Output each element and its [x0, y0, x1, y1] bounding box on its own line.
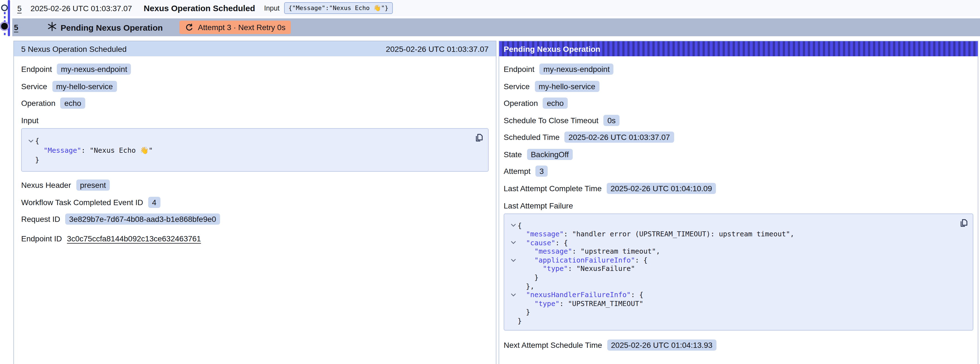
retry-arrow-icon [185, 23, 193, 32]
input-json-viewer: { "Message": "Nexus Echo 👋"} [21, 128, 488, 172]
field-row: Scheduled Time2025-02-26 UTC 01:03:37.07 [504, 132, 973, 143]
field-row: StateBackingOff [504, 148, 973, 160]
panel-header-pending: Pending Nexus Operation [499, 41, 978, 56]
panel-header-title: 5 Nexus Operation Scheduled [21, 44, 127, 53]
field-value-badge: my-nexus-endpoint [539, 64, 614, 75]
field-value-badge: BackingOff [527, 148, 573, 160]
field-row: Workflow Task Completed Event ID4 [21, 196, 488, 208]
chevron-down-icon[interactable] [26, 136, 35, 145]
chevron-down-icon[interactable] [509, 291, 517, 299]
code-text: { [517, 221, 522, 230]
code-line: }, [509, 282, 956, 291]
failure-json-viewer: { "message": "handler error (UPSTREAM_TI… [504, 213, 973, 330]
event-title: Nexus Operation Scheduled [144, 3, 255, 13]
field-row: Next Attempt Schedule Time2025-02-26 UTC… [504, 339, 973, 350]
field-row: Endpoint ID3c0c75ccfa8144b092c13ce632463… [21, 233, 488, 244]
code-line: "applicationFailureInfo": { [509, 256, 956, 265]
retry-status-badge: Attempt 3 · Next Retry 0s [180, 21, 291, 34]
field-value-badge: my-nexus-endpoint [57, 64, 131, 75]
field-row: Servicemy-hello-service [21, 81, 488, 92]
field-row: Endpointmy-nexus-endpoint [21, 64, 488, 75]
field-row: Operationecho [21, 97, 488, 109]
field-row: Request ID3e829b7e-7d67-4b08-aad3-b1e868… [21, 214, 488, 225]
field-value-badge: 2025-02-26 UTC 01:04:10.09 [607, 182, 716, 194]
timeline-filled-circle-icon [1, 23, 8, 30]
field-row: Last Attempt Complete Time2025-02-26 UTC… [504, 182, 973, 194]
panel-pending-nexus-operation: Pending Nexus Operation Endpointmy-nexus… [499, 41, 978, 364]
chevron-down-icon[interactable] [509, 256, 517, 265]
field-row: Attempt3 [504, 166, 973, 177]
code-gutter [26, 145, 35, 155]
field-label: Attempt [504, 167, 531, 176]
field-value-badge: echo [543, 97, 568, 109]
code-gutter [509, 247, 517, 256]
field-label: State [504, 150, 522, 159]
code-line: { [26, 136, 471, 145]
field-label: Workflow Task Completed Event ID [21, 198, 143, 206]
field-label: Request ID [21, 215, 60, 224]
endpoint-id-link[interactable]: 3c0c75ccfa8144b092c13ce632463761 [67, 234, 201, 243]
code-gutter [509, 230, 517, 238]
code-gutter [509, 265, 517, 273]
field-value-badge: 2025-02-26 UTC 01:04:13.93 [607, 339, 716, 350]
code-line: "message": "handler error (UPSTREAM_TIME… [509, 230, 956, 238]
code-gutter [26, 155, 35, 164]
field-value-badge: my-hello-service [535, 81, 599, 92]
code-line: } [509, 273, 956, 282]
code-line: } [26, 155, 471, 164]
timeline-open-circle-icon [1, 5, 8, 11]
field-label: Nexus Header [21, 180, 71, 190]
event-id-link[interactable]: 5 [14, 23, 18, 32]
panel-header: 5 Nexus Operation Scheduled 2025-02-26 U… [14, 41, 496, 56]
code-line: "type": "UPSTREAM_TIMEOUT" [509, 299, 956, 308]
field-label: Service [504, 81, 530, 91]
event-id-link[interactable]: 5 [17, 4, 22, 13]
code-gutter [509, 282, 517, 291]
retry-badge-text: Attempt 3 · Next Retry 0s [198, 23, 285, 32]
field-label: Schedule To Close Timeout [504, 116, 598, 125]
field-list: Endpointmy-nexus-endpointServicemy-hello… [504, 64, 973, 194]
code-line: "message": "upstream timeout", [509, 247, 956, 256]
field-value-badge: present [76, 179, 110, 191]
event-row-nexus-operation-scheduled[interactable]: 5 2025-02-26 UTC 01:03:37.07 Nexus Opera… [12, 0, 980, 16]
field-value-badge: 2025-02-26 UTC 01:03:37.07 [565, 132, 674, 143]
code-text: "Message": "Nexus Echo 👋" [35, 145, 153, 155]
code-line: "Message": "Nexus Echo 👋" [26, 145, 471, 155]
code-text: "message": "upstream timeout", [517, 247, 660, 256]
field-value-badge: 0s [603, 115, 619, 126]
field-label: Operation [21, 99, 56, 108]
panel-header-title: Pending Nexus Operation [504, 44, 600, 53]
event-history-view: 5 2025-02-26 UTC 01:03:37.07 Nexus Opera… [0, 0, 980, 364]
code-text: "nexusHandlerFailureInfo": { [517, 291, 643, 299]
code-gutter [509, 308, 517, 317]
field-list: Endpointmy-nexus-endpointServicemy-hello… [21, 64, 488, 109]
code-gutter [509, 299, 517, 308]
code-text: "applicationFailureInfo": { [517, 256, 648, 265]
field-label: Endpoint [504, 65, 535, 73]
event-input-payload-badge: {"Message":"Nexus Echo 👋"} [284, 2, 393, 14]
code-line: "nexusHandlerFailureInfo": { [509, 291, 956, 299]
code-gutter [509, 273, 517, 282]
field-label: Last Attempt Complete Time [504, 184, 602, 193]
timeline-dashed-connector [4, 8, 5, 37]
code-line: { [509, 221, 956, 230]
code-text: }, [517, 282, 534, 291]
event-row-pending-nexus-operation[interactable]: 5 Pending Nexus Operation Attempt 3 · Ne… [12, 18, 980, 36]
field-value-badge: my-hello-service [52, 81, 117, 92]
code-text: "message": "handler error (UPSTREAM_TIME… [517, 230, 794, 238]
field-value-badge: 3e829b7e-7d67-4b08-aad3-b1e868bfe9e0 [65, 214, 220, 225]
chevron-down-icon[interactable] [509, 238, 517, 247]
code-text: "type": "NexusFailure" [517, 265, 635, 273]
code-line: } [509, 308, 956, 317]
chevron-down-icon[interactable] [509, 221, 517, 230]
copy-icon[interactable] [474, 133, 484, 143]
field-row: Servicemy-hello-service [504, 81, 973, 92]
panel-nexus-operation-scheduled: 5 Nexus Operation Scheduled 2025-02-26 U… [13, 41, 496, 364]
code-text: "cause": { [517, 238, 568, 247]
timeline-active-bar [8, 0, 10, 36]
field-label: Scheduled Time [504, 133, 560, 142]
field-list: Next Attempt Schedule Time2025-02-26 UTC… [504, 339, 973, 350]
code-line: } [509, 317, 956, 325]
panel-header-timestamp: 2025-02-26 UTC 01:03:37.07 [386, 44, 488, 53]
copy-icon[interactable] [958, 218, 968, 228]
